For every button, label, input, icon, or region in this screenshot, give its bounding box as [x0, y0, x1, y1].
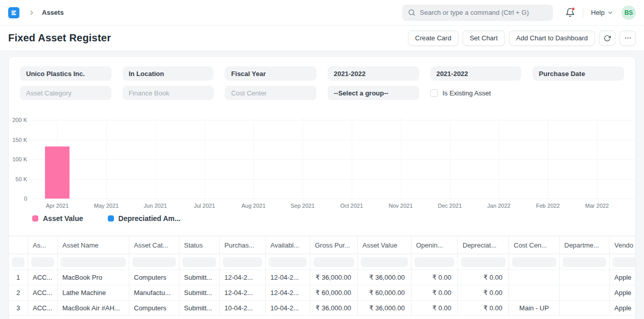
column-filter-input[interactable]	[61, 257, 126, 267]
cost-center-filter[interactable]: Cost Center	[225, 86, 316, 100]
add-chart-to-dashboard-button[interactable]: Add Chart to Dashboard	[509, 31, 595, 46]
table-cell[interactable]: ₹ 36,000.00	[310, 301, 358, 315]
table-cell[interactable]: Apple	[610, 301, 636, 315]
column-filter-input[interactable]	[182, 257, 216, 267]
table-cell[interactable]: 10-04-2...	[220, 301, 266, 315]
finance-book-filter[interactable]: Finance Book	[123, 86, 214, 100]
table-cell[interactable]: 12-04-2...	[220, 270, 266, 285]
column-header[interactable]	[9, 236, 28, 254]
create-card-button[interactable]: Create Card	[408, 31, 458, 46]
column-header[interactable]: Departme...	[560, 236, 610, 254]
table-cell[interactable]: ₹ 0.00	[411, 301, 458, 315]
table-cell[interactable]: Submitt...	[179, 285, 220, 300]
column-header[interactable]: Asset Cat...	[129, 236, 179, 254]
column-header[interactable]: Status	[179, 236, 220, 254]
set-chart-button[interactable]: Set Chart	[463, 31, 505, 46]
table-cell[interactable]	[560, 285, 610, 300]
table-cell[interactable]: 12-04-2...	[266, 270, 310, 285]
notifications-button[interactable]	[565, 8, 575, 17]
filter-based-on-filter[interactable]: Fiscal Year	[225, 66, 316, 81]
table-cell[interactable]	[509, 285, 560, 300]
table-cell[interactable]: ₹ 0.00	[458, 301, 509, 315]
table-cell[interactable]: ₹ 0.00	[458, 270, 509, 285]
column-header[interactable]: Purchas...	[220, 236, 266, 254]
table-cell[interactable]: ₹ 0.00	[411, 285, 458, 300]
refresh-button[interactable]	[599, 31, 615, 46]
table-cell[interactable]: ₹ 36,000.00	[358, 270, 411, 285]
table-cell[interactable]: 12-04-2...	[266, 285, 310, 300]
chart-bar-asset-value[interactable]	[45, 146, 70, 199]
table-cell[interactable]: Main - UP	[509, 301, 560, 315]
is-existing-asset-checkbox[interactable]	[430, 89, 438, 97]
menu-button[interactable]	[619, 31, 636, 46]
company-filter[interactable]: Unico Plastics Inc.	[20, 66, 111, 81]
table-cell[interactable]: Computers	[129, 301, 179, 315]
column-filter-input[interactable]	[132, 257, 176, 267]
search-input[interactable]: Search or type a command (Ctrl + G)	[402, 5, 553, 21]
to-fiscal-year-filter[interactable]: 2021-2022	[430, 66, 522, 81]
column-header[interactable]: As...	[28, 236, 58, 254]
column-filter-input[interactable]	[269, 257, 307, 267]
y-axis-tick: 150 K	[9, 137, 27, 143]
breadcrumb[interactable]: Assets	[42, 9, 64, 16]
table-cell[interactable]: ₹ 36,000.00	[358, 301, 411, 315]
table-cell[interactable]	[509, 270, 560, 285]
location-filter[interactable]: In Location	[123, 66, 214, 81]
table-cell[interactable]: Computers	[129, 270, 179, 285]
column-filter-input[interactable]	[31, 257, 54, 267]
row-number: 3	[9, 301, 28, 315]
table-cell[interactable]: Lathe Machine	[58, 285, 129, 300]
column-filter-input[interactable]	[415, 257, 454, 267]
from-fiscal-year-filter[interactable]: 2021-2022	[328, 66, 419, 81]
x-axis-tick: Mar 2022	[585, 203, 609, 209]
table-cell[interactable]: ₹ 36,000.00	[310, 270, 358, 285]
table-cell[interactable]	[560, 301, 610, 315]
column-filter-input[interactable]	[361, 257, 408, 267]
table-cell[interactable]: MacBook Air #AH...	[58, 301, 129, 315]
filter-cell	[458, 254, 509, 269]
filter-cell	[220, 254, 266, 269]
app-logo[interactable]	[8, 7, 19, 18]
column-header[interactable]: Cost Cen...	[509, 236, 560, 254]
table-cell[interactable]: 10-04-2...	[266, 301, 310, 315]
table-cell[interactable]: MacBook Pro	[58, 270, 129, 285]
table-cell[interactable]: Apple	[610, 285, 636, 300]
table-cell[interactable]: ₹ 60,000.00	[358, 285, 411, 300]
column-filter-input[interactable]	[613, 257, 636, 267]
table-cell[interactable]: ₹ 0.00	[458, 285, 509, 300]
legend-item[interactable]: Depreciatied Am...	[108, 214, 181, 223]
table-cell[interactable]: ₹ 60,000.00	[310, 285, 358, 300]
column-filter-input[interactable]	[563, 257, 606, 267]
column-filter-input[interactable]	[12, 257, 25, 267]
column-header[interactable]: Availabl...	[266, 236, 310, 254]
column-header[interactable]: Asset Value	[358, 236, 411, 254]
column-header[interactable]: Gross Pur...	[310, 236, 358, 254]
asset-category-filter[interactable]: Asset Category	[20, 86, 111, 100]
table-cell[interactable]: Submitt...	[179, 270, 220, 285]
table-cell[interactable]: 12-04-2...	[220, 285, 266, 300]
legend-item[interactable]: Asset Value	[32, 214, 83, 223]
column-header[interactable]: Openin...	[411, 236, 458, 254]
column-header[interactable]: Vendo	[610, 236, 636, 254]
column-filter-input[interactable]	[223, 257, 262, 267]
column-header[interactable]: Depreciat...	[458, 236, 509, 254]
column-filter-input[interactable]	[461, 257, 505, 267]
table-cell[interactable]: ACC...	[28, 270, 58, 285]
column-filter-input[interactable]	[313, 257, 354, 267]
table-cell[interactable]: Manufactu...	[129, 285, 179, 300]
column-filter-input[interactable]	[512, 257, 556, 267]
asset-chart: 050 K100 K150 K200 KApr 2021May 2021Jun …	[9, 114, 635, 211]
table-cell[interactable]: Submitt...	[179, 301, 220, 315]
table-cell[interactable]: ₹ 0.00	[411, 270, 458, 285]
column-header[interactable]: Asset Name	[58, 236, 129, 254]
avatar[interactable]: BS	[622, 6, 636, 20]
toolbar-actions: Create CardSet ChartAdd Chart to Dashboa…	[408, 31, 636, 46]
table-cell[interactable]: ACC...	[28, 301, 58, 315]
date-based-on-filter[interactable]: Purchase Date	[533, 66, 624, 81]
help-menu[interactable]: Help	[591, 9, 613, 16]
report-page: Unico Plastics Inc.In LocationFiscal Yea…	[0, 51, 644, 319]
group-by-filter[interactable]: --Select a group--	[328, 86, 419, 100]
table-cell[interactable]: Apple	[610, 270, 636, 285]
table-cell[interactable]: ACC...	[28, 285, 58, 300]
table-cell[interactable]	[560, 270, 610, 285]
